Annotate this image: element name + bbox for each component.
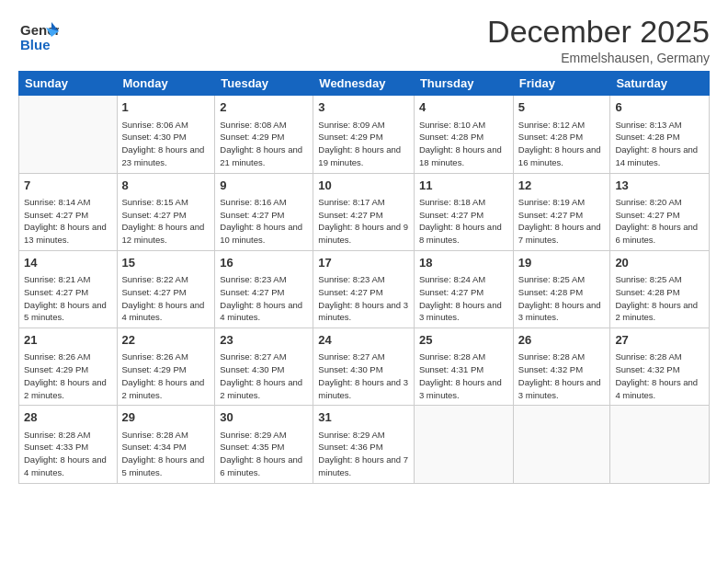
calendar-cell: 4Sunrise: 8:10 AM Sunset: 4:28 PM Daylig…	[414, 96, 513, 173]
day-info: Sunrise: 8:22 AM Sunset: 4:27 PM Dayligh…	[122, 273, 210, 324]
calendar-cell	[513, 406, 610, 483]
calendar-cell: 7Sunrise: 8:14 AM Sunset: 4:27 PM Daylig…	[19, 173, 118, 250]
calendar-cell: 14Sunrise: 8:21 AM Sunset: 4:27 PM Dayli…	[19, 250, 118, 327]
svg-text:Blue: Blue	[20, 37, 51, 52]
day-number: 22	[122, 332, 210, 349]
day-info: Sunrise: 8:26 AM Sunset: 4:29 PM Dayligh…	[122, 350, 210, 401]
calendar-cell: 1Sunrise: 8:06 AM Sunset: 4:30 PM Daylig…	[117, 96, 215, 173]
day-info: Sunrise: 8:25 AM Sunset: 4:28 PM Dayligh…	[615, 273, 704, 324]
day-number: 15	[122, 255, 210, 271]
calendar-cell: 19Sunrise: 8:25 AM Sunset: 4:28 PM Dayli…	[513, 250, 610, 327]
calendar-week-2: 7Sunrise: 8:14 AM Sunset: 4:27 PM Daylig…	[19, 173, 710, 250]
title-block: December 2025 Emmelshausen, Germany	[487, 15, 710, 65]
calendar-cell: 3Sunrise: 8:09 AM Sunset: 4:29 PM Daylig…	[313, 96, 415, 173]
weekday-header-sunday: Sunday	[19, 72, 118, 96]
day-info: Sunrise: 8:16 AM Sunset: 4:27 PM Dayligh…	[220, 196, 308, 247]
calendar-cell: 17Sunrise: 8:23 AM Sunset: 4:27 PM Dayli…	[313, 250, 415, 327]
calendar-week-4: 21Sunrise: 8:26 AM Sunset: 4:29 PM Dayli…	[19, 328, 710, 406]
day-number: 4	[419, 99, 508, 116]
day-info: Sunrise: 8:13 AM Sunset: 4:28 PM Dayligh…	[615, 119, 704, 169]
day-number: 19	[518, 255, 606, 271]
calendar-cell: 20Sunrise: 8:25 AM Sunset: 4:28 PM Dayli…	[610, 250, 710, 327]
day-info: Sunrise: 8:29 AM Sunset: 4:36 PM Dayligh…	[318, 429, 409, 479]
day-info: Sunrise: 8:27 AM Sunset: 4:30 PM Dayligh…	[318, 350, 409, 401]
day-number: 11	[419, 178, 508, 194]
day-info: Sunrise: 8:24 AM Sunset: 4:27 PM Dayligh…	[419, 273, 508, 324]
day-number: 2	[220, 99, 308, 116]
day-info: Sunrise: 8:10 AM Sunset: 4:28 PM Dayligh…	[419, 119, 508, 169]
day-number: 18	[419, 255, 508, 271]
month-title: December 2025	[487, 15, 710, 49]
day-info: Sunrise: 8:23 AM Sunset: 4:27 PM Dayligh…	[220, 273, 308, 324]
calendar-cell: 10Sunrise: 8:17 AM Sunset: 4:27 PM Dayli…	[313, 173, 415, 250]
day-info: Sunrise: 8:25 AM Sunset: 4:28 PM Dayligh…	[518, 273, 606, 324]
day-number: 8	[122, 178, 210, 194]
day-number: 6	[615, 99, 704, 116]
day-info: Sunrise: 8:14 AM Sunset: 4:27 PM Dayligh…	[24, 196, 112, 247]
calendar-cell: 26Sunrise: 8:28 AM Sunset: 4:32 PM Dayli…	[513, 328, 610, 406]
day-number: 29	[122, 409, 210, 426]
calendar-cell: 28Sunrise: 8:28 AM Sunset: 4:33 PM Dayli…	[19, 406, 118, 483]
day-info: Sunrise: 8:15 AM Sunset: 4:27 PM Dayligh…	[122, 196, 210, 247]
day-info: Sunrise: 8:29 AM Sunset: 4:35 PM Dayligh…	[220, 429, 308, 479]
calendar-week-3: 14Sunrise: 8:21 AM Sunset: 4:27 PM Dayli…	[19, 250, 710, 327]
day-number: 23	[220, 332, 308, 349]
calendar-cell: 23Sunrise: 8:27 AM Sunset: 4:30 PM Dayli…	[215, 328, 313, 406]
day-number: 14	[24, 255, 112, 271]
calendar-cell: 18Sunrise: 8:24 AM Sunset: 4:27 PM Dayli…	[414, 250, 513, 327]
day-number: 7	[24, 178, 112, 194]
day-number: 1	[122, 99, 210, 116]
day-number: 31	[318, 409, 409, 426]
calendar-cell: 15Sunrise: 8:22 AM Sunset: 4:27 PM Dayli…	[117, 250, 215, 327]
calendar-cell	[19, 96, 118, 173]
day-info: Sunrise: 8:28 AM Sunset: 4:34 PM Dayligh…	[122, 429, 210, 479]
page-container: General Blue December 2025 Emmelshausen,…	[0, 0, 728, 493]
day-info: Sunrise: 8:26 AM Sunset: 4:29 PM Dayligh…	[24, 350, 112, 401]
calendar-cell: 9Sunrise: 8:16 AM Sunset: 4:27 PM Daylig…	[215, 173, 313, 250]
weekday-header-wednesday: Wednesday	[313, 72, 415, 96]
calendar-cell: 25Sunrise: 8:28 AM Sunset: 4:31 PM Dayli…	[414, 328, 513, 406]
day-number: 3	[318, 99, 409, 116]
calendar-week-1: 1Sunrise: 8:06 AM Sunset: 4:30 PM Daylig…	[19, 96, 710, 173]
day-info: Sunrise: 8:09 AM Sunset: 4:29 PM Dayligh…	[318, 119, 409, 169]
weekday-header-tuesday: Tuesday	[215, 72, 313, 96]
day-info: Sunrise: 8:27 AM Sunset: 4:30 PM Dayligh…	[220, 350, 308, 401]
day-info: Sunrise: 8:28 AM Sunset: 4:32 PM Dayligh…	[518, 350, 606, 401]
calendar-cell: 21Sunrise: 8:26 AM Sunset: 4:29 PM Dayli…	[19, 328, 118, 406]
logo-icon: General Blue	[18, 15, 59, 55]
day-number: 21	[24, 332, 112, 349]
day-number: 27	[615, 332, 704, 349]
weekday-header-row: SundayMondayTuesdayWednesdayThursdayFrid…	[19, 72, 710, 96]
weekday-header-thursday: Thursday	[414, 72, 513, 96]
day-number: 20	[615, 255, 704, 271]
day-info: Sunrise: 8:23 AM Sunset: 4:27 PM Dayligh…	[318, 273, 409, 324]
weekday-header-saturday: Saturday	[610, 72, 710, 96]
day-info: Sunrise: 8:21 AM Sunset: 4:27 PM Dayligh…	[24, 273, 112, 324]
day-info: Sunrise: 8:17 AM Sunset: 4:27 PM Dayligh…	[318, 196, 409, 247]
day-info: Sunrise: 8:06 AM Sunset: 4:30 PM Dayligh…	[122, 119, 210, 169]
day-info: Sunrise: 8:18 AM Sunset: 4:27 PM Dayligh…	[419, 196, 508, 247]
day-number: 17	[318, 255, 409, 271]
day-number: 12	[518, 178, 606, 194]
day-number: 5	[518, 99, 606, 116]
calendar-cell: 29Sunrise: 8:28 AM Sunset: 4:34 PM Dayli…	[117, 406, 215, 483]
day-number: 10	[318, 178, 409, 194]
day-info: Sunrise: 8:19 AM Sunset: 4:27 PM Dayligh…	[518, 196, 606, 247]
day-number: 26	[518, 332, 606, 349]
day-number: 16	[220, 255, 308, 271]
day-info: Sunrise: 8:20 AM Sunset: 4:27 PM Dayligh…	[615, 196, 704, 247]
day-number: 30	[220, 409, 308, 426]
calendar-cell: 22Sunrise: 8:26 AM Sunset: 4:29 PM Dayli…	[117, 328, 215, 406]
calendar-cell: 16Sunrise: 8:23 AM Sunset: 4:27 PM Dayli…	[215, 250, 313, 327]
day-info: Sunrise: 8:28 AM Sunset: 4:33 PM Dayligh…	[24, 429, 112, 479]
day-number: 13	[615, 178, 704, 194]
calendar-cell: 30Sunrise: 8:29 AM Sunset: 4:35 PM Dayli…	[215, 406, 313, 483]
calendar-cell	[414, 406, 513, 483]
calendar-week-5: 28Sunrise: 8:28 AM Sunset: 4:33 PM Dayli…	[19, 406, 710, 483]
calendar-cell: 13Sunrise: 8:20 AM Sunset: 4:27 PM Dayli…	[610, 173, 710, 250]
logo: General Blue	[18, 15, 63, 55]
day-number: 28	[24, 409, 112, 426]
day-info: Sunrise: 8:08 AM Sunset: 4:29 PM Dayligh…	[220, 119, 308, 169]
weekday-header-friday: Friday	[513, 72, 610, 96]
location: Emmelshausen, Germany	[487, 51, 710, 65]
